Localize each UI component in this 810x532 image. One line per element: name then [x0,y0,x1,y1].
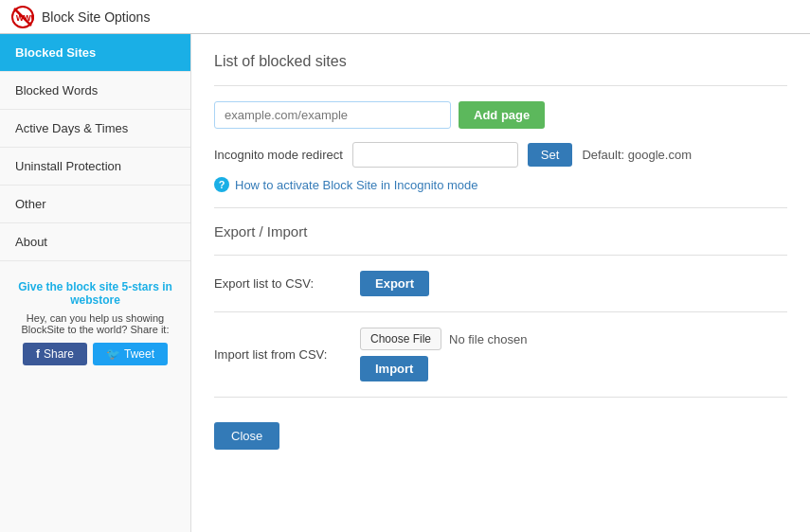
twitter-icon: 🐦 [106,347,120,361]
app-title: Block Site Options [42,9,150,25]
import-button[interactable]: Import [360,356,428,381]
export-button[interactable]: Export [360,271,429,296]
url-input-row: Add page [214,101,787,129]
block-site-logo-icon: www [11,6,34,28]
twitter-share-button[interactable]: 🐦 Tweet [93,343,168,365]
import-row: Import list from CSV: Choose File No fil… [214,328,787,381]
add-page-button[interactable]: Add page [459,101,545,129]
close-button[interactable]: Close [214,422,279,450]
incognito-help-row: ? How to activate Block Site in Incognit… [214,177,787,192]
divider-5 [214,397,787,398]
main-content: List of blocked sites Add page Incognito… [191,34,810,532]
webstore-link[interactable]: Give the block site 5-stars in webstore [11,280,179,307]
incognito-label: Incognito mode redirect [214,148,343,162]
divider-1 [214,85,787,86]
social-buttons: f Share 🐦 Tweet [11,343,179,365]
export-row: Export list to CSV: Export [214,271,787,296]
sidebar: Blocked Sites Blocked Words Active Days … [0,34,191,532]
facebook-icon: f [36,347,40,361]
sidebar-item-blocked-sites[interactable]: Blocked Sites [0,34,190,72]
page-title: List of blocked sites [214,53,787,70]
choose-file-button[interactable]: Choose File [360,328,441,350]
default-redirect-text: Default: google.com [582,148,692,162]
file-upload-area: Choose File No file chosen Import [360,328,527,381]
no-file-text: No file chosen [449,332,527,346]
incognito-help-link[interactable]: How to activate Block Site in Incognito … [235,178,478,192]
divider-3 [214,255,787,256]
sidebar-item-active-days-times[interactable]: Active Days & Times [0,110,190,148]
incognito-redirect-input[interactable] [352,142,518,168]
divider-4 [214,311,787,312]
incognito-row: Incognito mode redirect Set Default: goo… [214,142,787,168]
export-label: Export list to CSV: [214,276,347,291]
sidebar-item-about[interactable]: About [0,223,190,261]
import-label: Import list from CSV: [214,347,347,362]
main-layout: Blocked Sites Blocked Words Active Days … [0,34,810,532]
divider-2 [214,207,787,208]
sidebar-item-other[interactable]: Other [0,186,190,223]
app-header: www Block Site Options [0,0,810,34]
sidebar-promo: Give the block site 5-stars in webstore … [0,269,190,377]
set-button[interactable]: Set [528,143,573,167]
url-input[interactable] [214,101,451,129]
facebook-share-button[interactable]: f Share [23,343,87,365]
export-import-title: Export / Import [214,223,787,239]
file-choose-row: Choose File No file chosen [360,328,527,350]
share-text: Hey, can you help us showing BlockSite t… [11,312,179,335]
sidebar-item-uninstall-protection[interactable]: Uninstall Protection [0,148,190,186]
help-icon: ? [214,177,229,192]
sidebar-item-blocked-words[interactable]: Blocked Words [0,72,190,110]
